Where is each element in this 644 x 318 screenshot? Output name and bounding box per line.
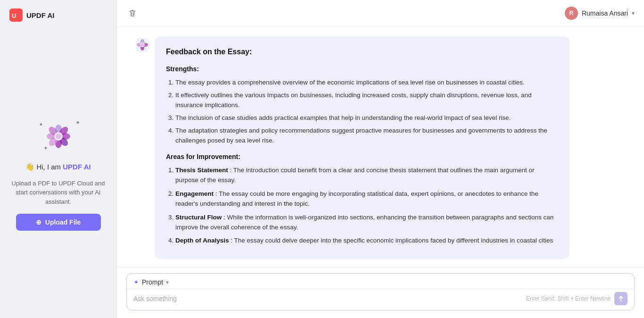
upload-plus-icon: ⊕ [36, 218, 41, 226]
list-item: Depth of Analysis : The essay could delv… [175, 236, 558, 246]
brand-name: UPDF AI [63, 163, 91, 171]
input-field-row: Enter Send; Shift + Enter Newline [127, 289, 634, 310]
sidebar-description: Upload a PDF to UPDF Cloud and start con… [9, 179, 107, 207]
improvement-text-0: : The introduction could benefit from a … [175, 167, 534, 184]
svg-point-11 [56, 134, 61, 139]
updf-logo-icon: U [9, 8, 23, 22]
improvements-list: Thesis Statement : The introduction coul… [166, 166, 558, 246]
list-item: Thesis Statement : The introduction coul… [175, 166, 558, 185]
improvement-term-1: Engagement [175, 190, 214, 197]
list-item: Engagement : The essay could be more eng… [175, 189, 558, 209]
improvement-term-0: Thesis Statement [175, 167, 228, 174]
app-logo-text: UPDF AI [26, 11, 54, 19]
strengths-list: The essay provides a comprehensive overv… [166, 78, 558, 146]
input-area: ✦ Prompt ▾ Enter Send; Shift + Enter New… [117, 267, 644, 318]
improvement-heading: Areas for Improvement: [166, 151, 558, 162]
sparkle-icon-tl: ✦ [39, 121, 43, 128]
chevron-down-icon: ▾ [632, 10, 635, 17]
list-item: Structural Flow : While the information … [175, 213, 558, 233]
ai-mascot: ✦ ✦ ✦ [35, 117, 82, 155]
trash-icon [128, 9, 137, 17]
send-button[interactable] [614, 292, 627, 305]
improvement-text-2: : While the information is well-organize… [175, 214, 553, 231]
sidebar: U UPDF AI ✦ ✦ ✦ [0, 0, 117, 318]
list-item: The inclusion of case studies adds pract… [175, 113, 558, 123]
improvement-text-3: : The essay could delve deeper into the … [231, 237, 553, 244]
sidebar-header: U UPDF AI [0, 0, 116, 30]
input-hint: Enter Send; Shift + Enter Newline [526, 295, 611, 302]
user-menu[interactable]: R Rumaisa Ansari ▾ [565, 7, 635, 20]
user-avatar: R [565, 7, 578, 20]
input-container: ✦ Prompt ▾ Enter Send; Shift + Enter New… [126, 273, 635, 310]
list-item: The essay provides a comprehensive overv… [175, 78, 558, 88]
greeting-text: 👋 Hi, I am UPDF AI [25, 163, 91, 171]
main-header: R Rumaisa Ansari ▾ [117, 0, 644, 27]
upload-file-button[interactable]: ⊕ Upload File [16, 214, 101, 231]
improvement-term-3: Depth of Analysis [175, 237, 229, 244]
sparkle-icon-tr: ✦ [75, 119, 80, 126]
send-arrow-icon [618, 295, 624, 302]
ai-response-icon [136, 38, 149, 51]
sidebar-center: ✦ ✦ ✦ 👋 Hi, I am UP [0, 30, 116, 318]
ai-message-bubble: Feedback on the Essay: Strengths: The es… [155, 36, 570, 259]
ai-message-row: Feedback on the Essay: Strengths: The es… [136, 36, 625, 259]
feedback-title: Feedback on the Essay: [166, 46, 558, 58]
prompt-chevron-icon[interactable]: ▾ [166, 279, 169, 285]
strengths-heading: Strengths: [166, 64, 558, 74]
sparkle-icon-bl: ✦ [43, 145, 48, 151]
list-item: It effectively outlines the various impa… [175, 91, 558, 110]
chat-area: Feedback on the Essay: Strengths: The es… [117, 27, 644, 267]
ask-input[interactable] [133, 295, 522, 302]
delete-conversation-button[interactable] [126, 7, 139, 19]
wave-emoji: 👋 [25, 163, 34, 171]
user-name: Rumaisa Ansari [582, 9, 628, 17]
main-panel: R Rumaisa Ansari ▾ Feedback o [117, 0, 644, 318]
svg-text:U: U [12, 12, 16, 19]
prompt-label: Prompt [142, 278, 163, 286]
prompt-sparkle-icon: ✦ [133, 278, 139, 286]
list-item: The adaptation strategies and policy rec… [175, 126, 558, 146]
improvement-term-2: Structural Flow [175, 214, 222, 221]
svg-point-18 [141, 43, 144, 47]
mascot-flower-icon [46, 124, 71, 149]
input-top-bar: ✦ Prompt ▾ [127, 274, 634, 289]
improvement-text-1: : The essay could be more engaging by in… [175, 190, 538, 207]
